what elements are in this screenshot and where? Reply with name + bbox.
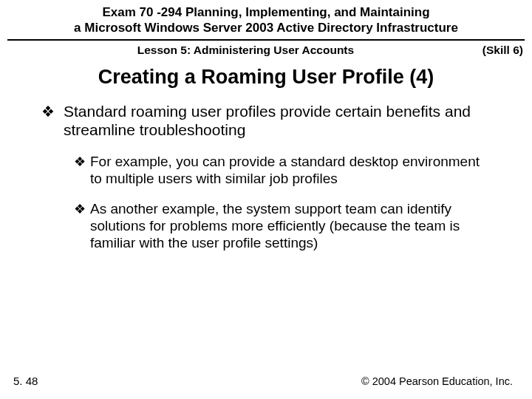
slide-header: Exam 70 -294 Planning, Implementing, and…	[0, 0, 532, 38]
slide-footer: 5. 48 © 2004 Pearson Education, Inc.	[0, 375, 532, 387]
bullet-text: As another example, the system support t…	[90, 200, 488, 252]
lesson-title: Lesson 5: Administering User Accounts	[9, 44, 482, 57]
bullet-level2: ❖ For example, you can provide a standar…	[74, 153, 502, 187]
bullet-level2: ❖ As another example, the system support…	[74, 200, 502, 252]
bullet-text: For example, you can provide a standard …	[90, 153, 488, 187]
slide-content: ❖ Standard roaming user profiles provide…	[0, 102, 532, 252]
skill-label: (Skill 6)	[482, 44, 523, 57]
diamond-bullet-icon: ❖	[74, 153, 86, 171]
exam-title: Exam 70 -294 Planning, Implementing, and…	[7, 4, 525, 36]
slide-title: Creating a Roaming User Profile (4)	[0, 61, 532, 102]
bullet-text: Standard roaming user profiles provide c…	[64, 102, 502, 140]
page-number: 5. 48	[13, 375, 38, 387]
diamond-bullet-icon: ❖	[41, 102, 55, 122]
lesson-row: Lesson 5: Administering User Accounts (S…	[0, 41, 532, 61]
copyright-text: © 2004 Pearson Education, Inc.	[361, 375, 513, 387]
diamond-bullet-icon: ❖	[74, 200, 86, 218]
exam-title-line2: a Microsoft Windows Server 2003 Active D…	[74, 21, 458, 35]
bullet-level1: ❖ Standard roaming user profiles provide…	[41, 102, 502, 140]
exam-title-line1: Exam 70 -294 Planning, Implementing, and…	[102, 5, 429, 19]
